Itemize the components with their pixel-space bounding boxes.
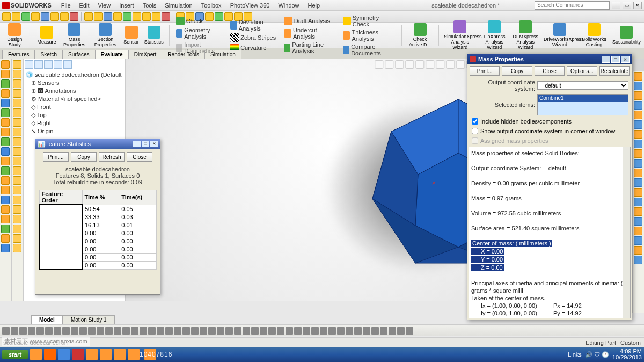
toolbar-icon[interactable] [2,12,11,21]
section-view-icon[interactable] [405,60,414,69]
checkbox[interactable] [472,118,478,125]
ribbon-design-study[interactable]: Design Study [3,23,26,47]
toolbar-icon[interactable] [41,12,49,21]
tool-icon[interactable] [328,327,336,335]
menu-help[interactable]: Help [304,1,325,10]
tab-model[interactable]: Model [31,315,63,324]
th-time-pct[interactable]: Time % [82,190,119,205]
tool-icon[interactable] [234,327,241,335]
tool-icon[interactable] [13,186,21,194]
close-button[interactable]: ✕ [633,2,642,9]
tool-icon[interactable] [217,327,224,335]
scrollbar[interactable] [623,147,630,318]
tool-icon[interactable] [634,72,642,81]
toolbar-icon[interactable] [123,12,131,21]
tool-icon[interactable] [346,327,353,335]
ribbon-statistics[interactable]: Statistics [144,26,164,45]
tool-icon[interactable] [225,327,233,335]
hide-show-icon[interactable] [436,60,444,69]
toolbar-icon[interactable] [84,12,93,21]
tray-icons[interactable]: 🔊 🛡 🕐 [585,351,609,358]
tool-icon[interactable] [1,166,10,175]
tool-icon[interactable] [1,137,10,146]
toolbar-icon[interactable] [60,12,69,21]
tree-front[interactable]: ◇ Front [25,103,124,111]
show-coord-checkbox[interactable]: Show output coordinate system in corner … [467,126,632,136]
tool-icon[interactable] [634,217,642,226]
tree-tab-icon[interactable] [63,60,72,69]
tool-icon[interactable] [1,79,10,88]
tool-icon[interactable] [1,244,10,252]
tree-tab-icon[interactable] [54,60,62,69]
tool-icon[interactable] [208,327,216,335]
ribbon-sensor[interactable]: Sensor [123,26,139,45]
menu-file[interactable]: File [57,1,75,10]
tool-icon[interactable] [13,108,21,117]
tool-icon[interactable] [1,196,10,204]
tool-icon[interactable] [174,327,181,335]
taskbar-icon[interactable] [128,349,140,360]
toolbar-icon[interactable] [70,12,78,21]
tool-icon[interactable] [634,256,642,264]
tool-icon[interactable] [634,207,642,216]
tool-icon[interactable] [1,108,10,117]
tool-icon[interactable] [634,246,642,255]
ribbon-undercut[interactable]: Undercut Analysis [283,26,336,40]
tool-icon[interactable] [13,225,21,233]
ribbon-simxpress[interactable]: SimulationXpress Analysis Wizard [444,20,476,50]
tool-icon[interactable] [54,327,61,335]
tool-icon[interactable] [13,128,21,136]
appearance-icon[interactable] [446,60,455,69]
tree-top[interactable]: ◇ Top [25,111,124,119]
feature-statistics-dialog[interactable]: 📊Feature Statistics _ □ ✕ Print... Copy … [35,139,160,295]
dialog-titlebar[interactable]: 📊Feature Statistics _ □ ✕ [35,139,160,149]
selected-item[interactable]: Combine1 [538,95,628,102]
tool-icon[interactable] [389,327,396,335]
tool-icon[interactable] [371,327,379,335]
tool-icon[interactable] [1,157,10,165]
tree-tab-icon[interactable] [34,60,43,69]
tool-icon[interactable] [122,327,130,335]
tab-motion-study[interactable]: Motion Study 1 [63,315,115,324]
ribbon-costing[interactable]: SolidWorks Costing [581,23,607,47]
tool-icon[interactable] [13,205,21,214]
tool-icon[interactable] [1,176,10,185]
tool-icon[interactable] [13,147,21,156]
toolbar-icon[interactable] [12,12,20,21]
taskbar-icon[interactable] [86,349,98,360]
tool-icon[interactable] [380,327,387,335]
close-button[interactable]: Close [127,152,152,162]
toolbar-icon[interactable] [104,12,112,21]
toolbar-icon[interactable] [113,12,122,21]
tool-icon[interactable] [354,327,362,335]
coord-system-select[interactable]: -- default -- [537,81,628,90]
tool-icon[interactable] [13,60,21,69]
tool-icon[interactable] [1,60,10,69]
tool-icon[interactable] [200,327,207,335]
tool-icon[interactable] [2,327,10,335]
tab-evaluate[interactable]: Evaluate [95,50,129,59]
tool-icon[interactable] [1,99,10,107]
tool-icon[interactable] [114,327,121,335]
tool-icon[interactable] [243,327,250,335]
tool-icon[interactable] [1,118,10,127]
close-button[interactable]: ✕ [621,56,630,63]
tool-icon[interactable] [157,327,164,335]
tool-icon[interactable] [13,99,21,107]
tree-tab-icon[interactable] [25,60,33,69]
tab-dimxpert[interactable]: DimXpert [128,50,163,59]
tool-icon[interactable] [19,327,27,335]
start-button[interactable]: start [2,350,28,359]
tool-icon[interactable] [634,198,642,206]
toolbar-icon[interactable] [31,12,40,21]
tool-icon[interactable] [1,225,10,233]
taskbar-icon[interactable] [100,349,112,360]
tool-icon[interactable] [311,327,319,335]
print-button[interactable]: Print... [43,152,69,162]
tool-icon[interactable] [45,327,53,335]
tool-icon[interactable] [634,140,642,148]
ribbon-driveworks[interactable]: DriveWorksXpress Wizard [544,23,576,47]
tool-icon[interactable] [11,327,18,335]
tool-icon[interactable] [634,159,642,168]
close-button[interactable]: ✕ [150,141,158,147]
